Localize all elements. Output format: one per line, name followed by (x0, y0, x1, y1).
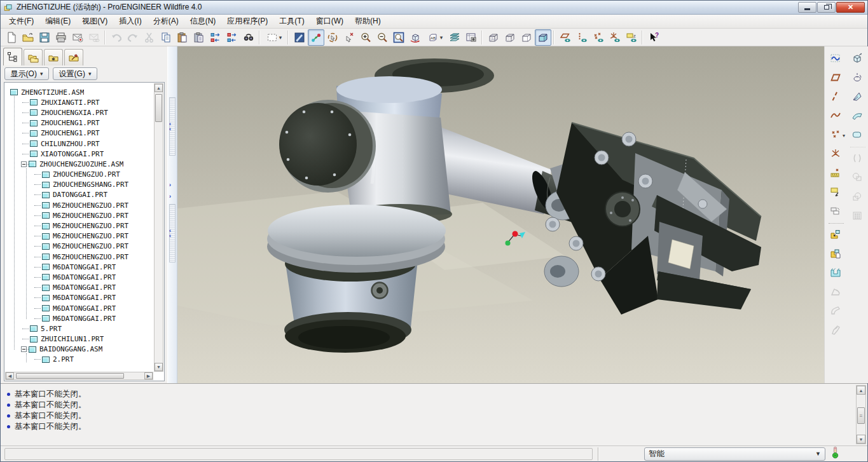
tree-vertical-scrollbar[interactable]: ▲ ▼ (154, 83, 163, 372)
selection-filter-combobox[interactable]: 智能 ▼ (644, 447, 825, 461)
tree-item[interactable]: M6DATONGGAI.PRT (5, 303, 153, 313)
find-button[interactable] (240, 29, 257, 46)
menu-item[interactable]: 编辑(E) (39, 15, 76, 28)
new-button[interactable] (3, 29, 20, 46)
open-button[interactable] (20, 29, 36, 46)
csys-tool-button[interactable] (827, 146, 844, 162)
fill-tool-button[interactable] (848, 126, 866, 143)
spin-center-button[interactable] (308, 29, 324, 46)
curve-tool-button[interactable] (827, 107, 844, 124)
point-display-button[interactable] (590, 29, 607, 46)
tree-item[interactable]: M6DATONGGAI.PRT (5, 272, 153, 282)
settings-dropdown-button[interactable]: 设置(G) (53, 67, 97, 80)
view-manager-button[interactable] (463, 29, 479, 46)
scroll-up-button[interactable]: ▲ (155, 84, 163, 92)
style-tool-button[interactable] (827, 50, 844, 67)
close-button[interactable]: ✕ (836, 2, 865, 13)
slot-tool-button[interactable] (827, 264, 844, 281)
csys-display-button[interactable] (607, 29, 623, 46)
show-dropdown-button[interactable]: 显示(O) (4, 67, 49, 80)
wireframe-button[interactable] (485, 29, 502, 46)
collapse-toggle[interactable] (21, 161, 27, 167)
collapse-left-icon[interactable]: ‹‹ (169, 121, 171, 132)
minimize-button[interactable] (798, 2, 816, 13)
scroll-down-button[interactable]: ▼ (155, 363, 163, 371)
datum-plane-tool-button[interactable] (827, 69, 844, 86)
copy-button[interactable] (158, 29, 174, 46)
tree-item[interactable]: M6ZHOUCHENGZUO.PRT (5, 252, 153, 262)
datum-plane-display-button[interactable] (557, 29, 574, 46)
boundary-blend-tool-button[interactable] (848, 107, 866, 124)
print-button[interactable] (53, 29, 69, 46)
pattern-tool-button[interactable] (827, 203, 844, 219)
favorites-tab-button[interactable] (44, 49, 63, 65)
expand-right-icon[interactable]: › (169, 194, 171, 199)
restore-button[interactable] (817, 2, 836, 13)
tree-item[interactable]: BAIDONGGANG.ASM (5, 344, 153, 355)
menu-item[interactable]: 信息(N) (184, 15, 222, 28)
undo-button[interactable] (108, 29, 125, 46)
tree-item[interactable]: ZHOUCHENG1.PRT (5, 118, 153, 128)
tree-item[interactable]: 5.PRT (5, 323, 153, 334)
menu-item[interactable]: 分析(A) (148, 15, 184, 28)
tree-item[interactable]: M6ZHOUCHENGZUO.PRT (5, 241, 153, 252)
menu-item[interactable]: 帮助(H) (349, 15, 387, 28)
scroll-right-button[interactable]: ▶ (144, 372, 153, 379)
layers-button[interactable] (446, 29, 463, 46)
expand-right-icon[interactable]: › (169, 182, 171, 187)
paste-button[interactable] (174, 29, 191, 46)
history-tab-button[interactable] (64, 49, 83, 65)
regenerate-button[interactable] (207, 29, 224, 46)
custom-regenerate-button[interactable] (224, 29, 240, 46)
hidden-line-button[interactable] (502, 29, 518, 46)
tree-item[interactable]: CHILUNZHOU.PRT (5, 139, 153, 149)
extrude-tool-button[interactable] (848, 50, 866, 67)
tree-item[interactable]: M6ZHOUCHENGZUO.PRT (5, 200, 153, 210)
sketch-tool-button[interactable] (827, 165, 844, 181)
tree-item[interactable]: M6DATONGGAI.PRT (5, 283, 153, 293)
tree-item[interactable]: 2.PRT (5, 355, 153, 365)
shaded-button[interactable] (535, 29, 551, 46)
graphics-area[interactable] (177, 46, 824, 383)
scroll-left-button[interactable]: ◀ (6, 372, 14, 379)
menu-item[interactable]: 窗口(W) (310, 15, 349, 28)
reorient-button[interactable] (407, 29, 424, 46)
scroll-thumb[interactable] (155, 94, 162, 122)
tree-item[interactable]: ZHOUCHENGXIA.PRT (5, 107, 153, 118)
title-bar[interactable]: ZHENGTIZUHE (活动的) - Pro/ENGINEER Wildfir… (1, 1, 867, 15)
assemble-button[interactable] (827, 226, 844, 243)
merge-tool-button[interactable] (848, 150, 866, 166)
create-component-button[interactable] (827, 245, 844, 262)
tree-item[interactable]: ZHENGTIZUHE.ASM (5, 87, 153, 97)
menu-item[interactable]: 视图(V) (76, 15, 113, 28)
datum-axis-display-button[interactable] (574, 29, 590, 46)
tree-item[interactable]: ZHOUCHENGZUOZUHE.ASM (5, 159, 153, 169)
tree-horizontal-scrollbar[interactable]: ◀ ▶ (5, 372, 153, 380)
folder-browser-tab-button[interactable] (24, 49, 43, 65)
select-rect-button[interactable] (263, 29, 286, 46)
tree-item[interactable]: M6DATONGGAI.PRT (5, 293, 153, 303)
hole-grid-tool-button[interactable] (848, 207, 866, 224)
mail-link-button[interactable] (86, 29, 102, 46)
panel-splitter[interactable]: ‹‹ › › ‹‹ (167, 46, 177, 383)
cut-button[interactable] (141, 29, 158, 46)
orient-mode-button[interactable] (324, 29, 341, 46)
swept-blend-tool-button[interactable] (827, 322, 844, 338)
model-tree-tab-button[interactable] (3, 48, 22, 65)
tree-item[interactable]: ZHOUCHENGSHANG.PRT (5, 180, 153, 190)
collapse-left-icon[interactable]: ‹‹ (169, 228, 171, 238)
trim-tool-button[interactable] (848, 169, 866, 186)
scroll-thumb[interactable] (16, 373, 124, 379)
paste-special-button[interactable] (191, 29, 207, 46)
flange-ring[interactable] (268, 205, 446, 257)
context-help-button[interactable]: ? (645, 29, 662, 46)
tree-item[interactable]: ZHUXIANGTI.PRT (5, 97, 153, 107)
tree-item[interactable]: ZHOUCHENG1.PRT (5, 128, 153, 139)
tree-item[interactable]: M6ZHOUCHENGZUO.PRT (5, 210, 153, 221)
stop-spin-button[interactable] (341, 29, 357, 46)
menu-item[interactable]: 工具(T) (273, 15, 310, 28)
vss-tool-button[interactable] (848, 88, 866, 105)
revolve-tool-button[interactable] (848, 69, 866, 86)
scroll-thumb[interactable]: ≡ (857, 407, 865, 424)
zoom-fit-button[interactable] (390, 29, 407, 46)
